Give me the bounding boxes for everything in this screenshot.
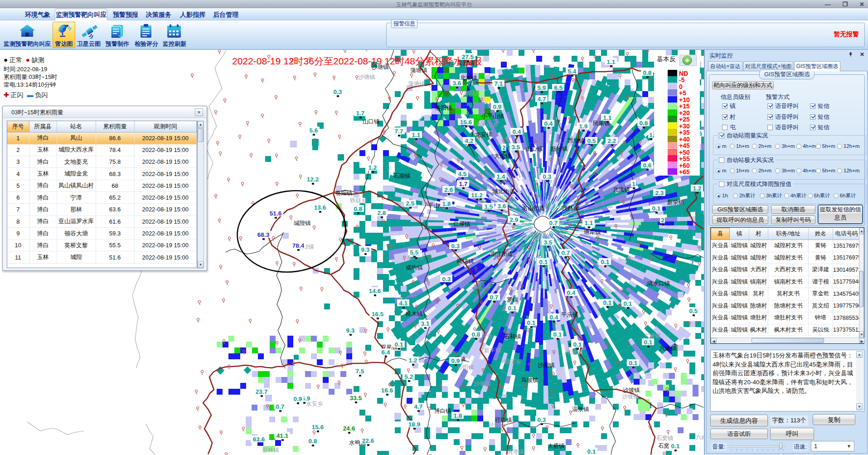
svg-text:12.2: 12.2 bbox=[307, 176, 319, 183]
svg-text:六麻镇: 六麻镇 bbox=[644, 333, 661, 339]
svg-text:1.8: 1.8 bbox=[454, 412, 462, 419]
svg-text:23.7: 23.7 bbox=[256, 388, 267, 395]
svg-text:0.9: 0.9 bbox=[493, 103, 502, 110]
svg-text:16.5: 16.5 bbox=[372, 311, 384, 318]
svg-text:+5: +5 bbox=[679, 89, 686, 97]
svg-text:0.6: 0.6 bbox=[643, 162, 652, 169]
svg-text:0.1: 0.1 bbox=[603, 299, 612, 306]
svg-text:0.4: 0.4 bbox=[513, 128, 521, 135]
svg-text:0.1: 0.1 bbox=[539, 259, 548, 265]
svg-text:山心镇: 山心镇 bbox=[526, 146, 543, 152]
svg-text:0.1: 0.1 bbox=[573, 341, 582, 348]
svg-text:沙湖乡: 沙湖乡 bbox=[474, 381, 491, 387]
svg-text:2.5: 2.5 bbox=[406, 200, 415, 207]
svg-text:3.5: 3.5 bbox=[512, 144, 520, 151]
svg-text:11.2: 11.2 bbox=[471, 192, 483, 199]
svg-text:0.9: 0.9 bbox=[294, 396, 302, 402]
svg-text:新圩镇: 新圩镇 bbox=[551, 146, 568, 152]
svg-text:0.4: 0.4 bbox=[567, 289, 576, 296]
svg-text:+55: +55 bbox=[679, 155, 690, 162]
svg-text:洛阳镇: 洛阳镇 bbox=[435, 105, 452, 111]
svg-text:1: 1 bbox=[649, 132, 653, 138]
svg-text:2.6: 2.6 bbox=[445, 186, 453, 193]
svg-text:0.8: 0.8 bbox=[640, 120, 648, 127]
svg-text:1.7: 1.7 bbox=[356, 110, 365, 117]
svg-text:1.9: 1.9 bbox=[579, 123, 588, 130]
svg-text:樟木镇: 樟木镇 bbox=[405, 311, 423, 317]
svg-text:78.4: 78.4 bbox=[292, 242, 305, 249]
svg-text:洛阳乡: 洛阳乡 bbox=[463, 90, 480, 96]
svg-text:0.3: 0.3 bbox=[538, 416, 546, 423]
svg-text:0.3: 0.3 bbox=[334, 88, 342, 95]
svg-text:0.1: 0.1 bbox=[508, 305, 517, 312]
svg-text:大桥镇: 大桥镇 bbox=[548, 443, 565, 449]
svg-text:5.5: 5.5 bbox=[410, 249, 419, 256]
svg-text:0.1: 0.1 bbox=[624, 300, 632, 307]
svg-text:2.8: 2.8 bbox=[378, 210, 386, 216]
svg-text:2.2: 2.2 bbox=[608, 137, 616, 144]
svg-text:7.1: 7.1 bbox=[495, 80, 503, 87]
svg-text:浪平乡: 浪平乡 bbox=[504, 359, 521, 365]
svg-text:南江街道: 南江街道 bbox=[490, 251, 513, 257]
svg-text:沙坡镇: 沙坡镇 bbox=[622, 393, 639, 400]
svg-text:9.3: 9.3 bbox=[361, 246, 370, 253]
svg-text:4.1: 4.1 bbox=[399, 300, 408, 307]
svg-text:茂林镇: 茂林镇 bbox=[562, 205, 579, 211]
svg-text:石南镇: 石南镇 bbox=[393, 173, 411, 179]
svg-text:那林镇: 那林镇 bbox=[262, 447, 279, 453]
svg-text:1.1: 1.1 bbox=[607, 59, 616, 65]
svg-text:米场镇: 米场镇 bbox=[566, 349, 583, 355]
svg-text:北流镇: 北流镇 bbox=[613, 186, 630, 193]
svg-text:0.4: 0.4 bbox=[544, 120, 553, 127]
svg-text:1.1: 1.1 bbox=[585, 220, 593, 226]
svg-text:基本反: 基本反 bbox=[657, 55, 676, 63]
svg-text:0.5: 0.5 bbox=[689, 308, 698, 314]
svg-text:小平山镇: 小平山镇 bbox=[481, 113, 504, 119]
svg-text:0.8: 0.8 bbox=[643, 69, 652, 76]
svg-text:2.3: 2.3 bbox=[655, 190, 664, 196]
svg-text:清水口镇: 清水口镇 bbox=[647, 280, 670, 287]
svg-text:3.5: 3.5 bbox=[544, 239, 553, 246]
svg-text:城北街道: 城北街道 bbox=[492, 188, 515, 195]
svg-text:+15: +15 bbox=[679, 103, 690, 110]
svg-text:六麻镇: 六麻镇 bbox=[659, 345, 677, 352]
svg-text:2: 2 bbox=[661, 217, 664, 224]
svg-text:13.6: 13.6 bbox=[314, 204, 326, 211]
svg-text:1.4: 1.4 bbox=[497, 173, 505, 180]
svg-text:0.1: 0.1 bbox=[601, 259, 610, 265]
svg-text:铁联乡: 铁联乡 bbox=[349, 197, 367, 204]
svg-text:15.6: 15.6 bbox=[460, 119, 472, 126]
svg-text:0.1: 0.1 bbox=[652, 205, 661, 212]
svg-text:27.5: 27.5 bbox=[462, 54, 474, 60]
svg-text:5.2: 5.2 bbox=[405, 373, 413, 380]
svg-text:6.5: 6.5 bbox=[554, 84, 563, 91]
svg-text:1.1: 1.1 bbox=[412, 132, 421, 138]
svg-text:西埌镇: 西埌镇 bbox=[567, 137, 585, 144]
svg-text:6.4: 6.4 bbox=[382, 349, 390, 356]
svg-text:4.7: 4.7 bbox=[414, 403, 423, 410]
svg-text:径口乡: 径口乡 bbox=[488, 422, 506, 429]
svg-text:大伦镇: 大伦镇 bbox=[494, 153, 511, 159]
svg-text:蒲塘镇: 蒲塘镇 bbox=[408, 81, 425, 87]
svg-text:1.2: 1.2 bbox=[693, 185, 702, 192]
svg-text:1.7: 1.7 bbox=[459, 181, 468, 187]
svg-text:5.9: 5.9 bbox=[538, 84, 546, 91]
svg-text:68.3: 68.3 bbox=[257, 231, 270, 238]
svg-text:16.6: 16.6 bbox=[381, 387, 393, 394]
svg-text:葵阳镇: 葵阳镇 bbox=[335, 190, 353, 196]
svg-text:0.4: 0.4 bbox=[550, 314, 558, 321]
svg-text:0.8: 0.8 bbox=[309, 438, 317, 445]
svg-text:新荣镇: 新荣镇 bbox=[667, 199, 684, 205]
svg-text:平乐镇: 平乐镇 bbox=[561, 312, 578, 318]
svg-text:成均镇: 成均镇 bbox=[406, 264, 423, 271]
svg-text:沙湖镇: 沙湖镇 bbox=[538, 362, 555, 368]
svg-text:0.7: 0.7 bbox=[276, 403, 285, 410]
svg-text:5.6: 5.6 bbox=[310, 127, 318, 134]
svg-text:新丰镇: 新丰镇 bbox=[484, 347, 501, 353]
svg-text:4.5: 4.5 bbox=[458, 171, 467, 177]
svg-text:+25: +25 bbox=[679, 116, 690, 123]
svg-text:0.7: 0.7 bbox=[549, 220, 558, 226]
svg-text:1.5: 1.5 bbox=[485, 203, 493, 210]
svg-text:0.1: 0.1 bbox=[587, 448, 596, 455]
svg-text:0.9: 0.9 bbox=[451, 357, 460, 364]
